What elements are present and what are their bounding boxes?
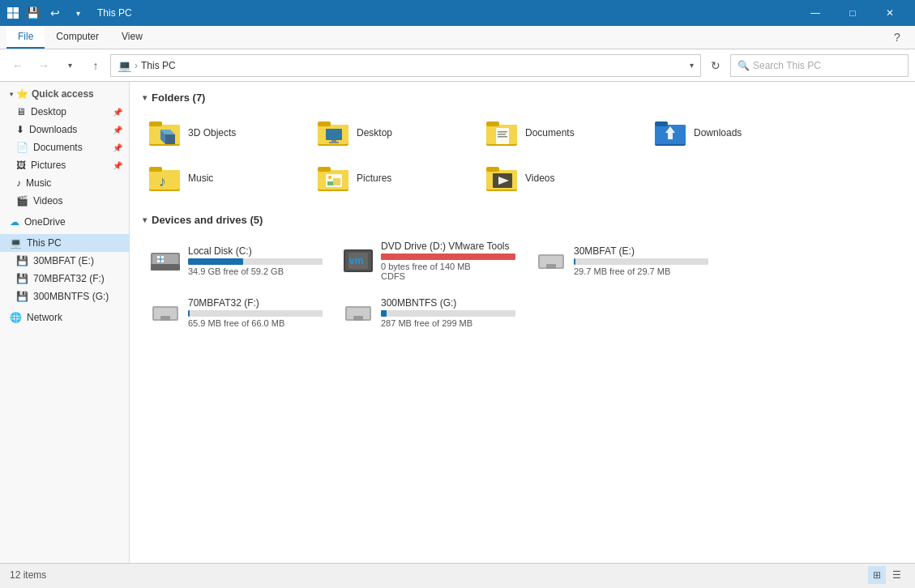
folder-item-videos[interactable]: Videos — [480, 159, 642, 198]
documents-pin-icon: 📌 — [113, 143, 122, 152]
sidebar-item-pictures[interactable]: 🖼 Pictures 📌 — [0, 156, 129, 174]
onedrive-icon: ☁ — [10, 216, 19, 228]
close-button[interactable]: ✕ — [871, 0, 909, 26]
drive-item-g[interactable]: 300MBNTFS (G:) 287 MB free of 299 MB — [336, 292, 522, 333]
sidebar-item-onedrive[interactable]: ☁ OneDrive — [0, 213, 129, 231]
sidebar-item-documents[interactable]: 📄 Documents 📌 — [0, 138, 129, 156]
drive-e-label: 30MBFAT (E:) — [33, 255, 94, 266]
drive-item-e[interactable]: 30MBFAT (E:) 29.7 MB free of 29.7 MB — [528, 236, 715, 286]
address-dropdown-btn[interactable]: ▾ — [690, 61, 694, 70]
sidebar-item-drive-f[interactable]: 💾 70MBFAT32 (F:) — [0, 270, 129, 288]
folder-item-desktop[interactable]: Desktop — [311, 113, 473, 152]
quick-access-dropdown-btn[interactable]: ▾ — [68, 3, 88, 23]
quick-access-icon: ⭐ — [16, 88, 28, 100]
forward-button[interactable]: → — [32, 54, 55, 77]
sidebar: ▾ ⭐ Quick access 🖥 Desktop 📌 ⬇ Downloads… — [0, 82, 130, 563]
drive-item-f[interactable]: 70MBFAT32 (F:) 65.9 MB free of 66.0 MB — [143, 292, 329, 333]
folder-item-pictures[interactable]: Pictures — [311, 159, 473, 198]
content-area: ▾ Folders (7) 3D Objects — [130, 82, 915, 563]
svg-rect-0 — [7, 7, 13, 13]
drives-grid: Local Disk (C:) 34.9 GB free of 59.2 GB — [143, 236, 902, 333]
drive-f-info: 70MBFAT32 (F:) 65.9 MB free of 66.0 MB — [188, 297, 323, 328]
help-icon[interactable]: ? — [886, 26, 909, 49]
folder-videos-label: Videos — [525, 173, 554, 184]
sidebar-item-videos[interactable]: 🎬 Videos — [0, 192, 129, 210]
downloads-label: Downloads — [29, 124, 77, 135]
maximize-button[interactable]: □ — [834, 0, 871, 26]
drive-item-d[interactable]: vm DVD Drive (D:) VMware Tools 0 bytes f… — [336, 236, 522, 286]
sidebar-item-desktop[interactable]: 🖥 Desktop 📌 — [0, 103, 129, 121]
minimize-button[interactable]: — — [797, 0, 834, 26]
drive-c-bar-bg — [188, 258, 323, 265]
address-path[interactable]: 💻 › This PC ▾ — [110, 54, 701, 77]
folder-item-downloads[interactable]: Downloads — [648, 113, 810, 152]
thispc-icon: 💻 — [10, 237, 22, 249]
window-controls: — □ ✕ — [797, 0, 909, 26]
folder-item-3d-objects[interactable]: 3D Objects — [143, 113, 305, 152]
svg-rect-36 — [333, 178, 340, 185]
folder-downloads-icon — [655, 118, 687, 147]
svg-rect-25 — [655, 121, 668, 126]
refresh-button[interactable]: ↻ — [704, 54, 727, 77]
folder-item-music[interactable]: ♪ Music — [143, 159, 305, 198]
svg-rect-21 — [498, 134, 506, 135]
quick-access-chevron: ▾ — [10, 91, 13, 98]
drive-f-icon: 💾 — [16, 273, 28, 284]
network-icon: 🌐 — [10, 312, 22, 323]
sidebar-item-music[interactable]: ♪ Music — [0, 174, 129, 192]
sidebar-item-drive-g[interactable]: 💾 300MBNTFS (G:) — [0, 288, 129, 305]
svg-rect-49 — [157, 260, 160, 263]
svg-rect-12 — [318, 121, 331, 126]
pictures-pin-icon: 📌 — [113, 161, 122, 170]
pictures-label: Pictures — [31, 160, 66, 171]
drive-g-label: 300MBNTFS (G:) — [33, 291, 109, 302]
drive-e-name: 30MBFAT (E:) — [574, 245, 708, 257]
drive-item-c[interactable]: Local Disk (C:) 34.9 GB free of 59.2 GB — [143, 236, 329, 286]
drive-e-icon — [535, 246, 567, 275]
folder-3d-label: 3D Objects — [188, 127, 236, 138]
videos-label: Videos — [33, 195, 62, 207]
music-icon: ♪ — [16, 177, 21, 189]
back-button[interactable]: ← — [6, 54, 29, 77]
drive-e-bar-bg — [574, 258, 708, 265]
search-box[interactable]: 🔍 Search This PC — [730, 54, 909, 77]
sidebar-header-quick-access[interactable]: ▾ ⭐ Quick access — [0, 85, 129, 103]
drive-d-bar-bg — [381, 254, 515, 260]
drive-f-icon — [149, 298, 182, 327]
sidebar-item-drive-e[interactable]: 💾 30MBFAT (E:) — [0, 252, 129, 270]
sidebar-item-downloads[interactable]: ⬇ Downloads 📌 — [0, 121, 129, 138]
folders-section-header[interactable]: ▾ Folders (7) — [143, 92, 902, 104]
music-label: Music — [26, 177, 51, 189]
sidebar-item-network[interactable]: 🌐 Network — [0, 309, 129, 326]
quick-access-undo-btn[interactable]: ↩ — [45, 3, 65, 23]
svg-text:vm: vm — [349, 255, 363, 266]
sidebar-item-thispc[interactable]: 💻 This PC — [0, 234, 129, 252]
devices-label: Devices and drives (5) — [152, 214, 263, 226]
documents-icon: 📄 — [16, 142, 28, 153]
sidebar-section-onedrive: ☁ OneDrive — [0, 213, 129, 231]
quick-access-save-btn[interactable]: 💾 — [23, 3, 42, 23]
drive-f-label: 70MBFAT32 (F:) — [33, 273, 105, 284]
ribbon: File Computer View ? — [0, 26, 915, 49]
videos-icon: 🎬 — [16, 195, 28, 207]
downloads-icon: ⬇ — [16, 124, 24, 135]
tab-view[interactable]: View — [110, 26, 154, 49]
devices-section-header[interactable]: ▾ Devices and drives (5) — [143, 214, 902, 226]
folder-desktop-icon — [318, 118, 350, 147]
svg-rect-3 — [14, 14, 19, 19]
drive-g-info: 300MBNTFS (G:) 287 MB free of 299 MB — [381, 297, 515, 328]
recent-locations-button[interactable]: ▾ — [58, 54, 81, 77]
svg-rect-57 — [546, 264, 556, 269]
view-list-button[interactable]: ☰ — [887, 566, 905, 584]
svg-rect-40 — [486, 167, 499, 172]
tab-file[interactable]: File — [6, 26, 45, 49]
up-button[interactable]: ↑ — [84, 54, 107, 77]
svg-rect-14 — [331, 140, 336, 142]
view-grid-button[interactable]: ⊞ — [868, 566, 886, 584]
svg-text:♪: ♪ — [159, 173, 166, 190]
folders-label: Folders (7) — [152, 92, 205, 104]
folder-item-documents[interactable]: Documents — [480, 113, 642, 152]
folder-music-label: Music — [188, 173, 213, 184]
tab-computer[interactable]: Computer — [45, 26, 110, 49]
drive-e-icon: 💾 — [16, 255, 28, 266]
